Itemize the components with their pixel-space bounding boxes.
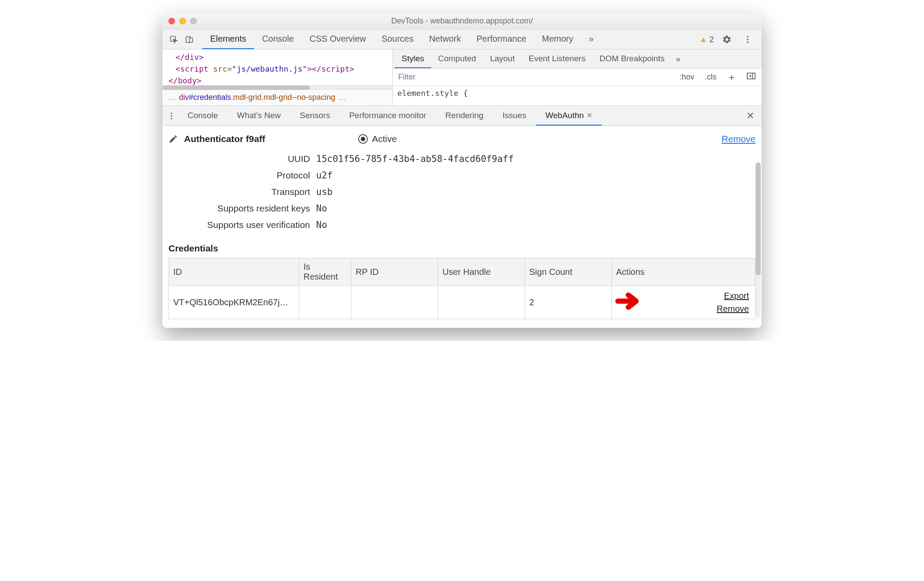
toggle-sidebar-icon[interactable] xyxy=(744,72,758,83)
tab-event-listeners[interactable]: Event Listeners xyxy=(521,50,592,68)
prop-label: Transport xyxy=(168,187,316,197)
tab-styles[interactable]: Styles xyxy=(395,50,431,68)
settings-icon[interactable] xyxy=(720,33,734,46)
drawer-tabstrip: Console What's New Sensors Performance m… xyxy=(162,106,762,126)
svg-point-9 xyxy=(171,115,172,116)
warning-icon: ▲ xyxy=(700,35,708,44)
new-style-icon[interactable]: ＋ xyxy=(724,70,739,85)
styles-tabs-more[interactable]: » xyxy=(671,50,685,68)
tab-elements[interactable]: Elements xyxy=(202,30,254,49)
device-toggle-icon[interactable] xyxy=(182,33,196,46)
col-rp-id: RP ID xyxy=(351,258,438,286)
col-id: ID xyxy=(169,258,299,286)
inspect-icon[interactable] xyxy=(167,33,181,46)
svg-point-3 xyxy=(747,36,749,37)
traffic-lights xyxy=(162,18,197,24)
tab-performance[interactable]: Performance xyxy=(469,30,535,49)
credentials-table: ID Is Resident RP ID User Handle Sign Co… xyxy=(168,258,756,319)
prop-value: 15c01f56-785f-43b4-ab58-4facd60f9aff xyxy=(316,154,756,164)
remove-authenticator-link[interactable]: Remove xyxy=(722,134,756,144)
tab-memory[interactable]: Memory xyxy=(534,30,581,49)
tab-network[interactable]: Network xyxy=(421,30,469,49)
styles-filter-input[interactable] xyxy=(396,71,677,83)
tab-dom-breakpoints[interactable]: DOM Breakpoints xyxy=(592,50,671,68)
drawer-tab-sensors[interactable]: Sensors xyxy=(290,106,340,125)
drawer-tab-rendering[interactable]: Rendering xyxy=(436,106,493,125)
devtools-window: DevTools - webauthndemo.appspot.com/ Ele… xyxy=(162,13,762,328)
svg-point-5 xyxy=(747,41,749,43)
breadcrumb-item[interactable]: div#credentials.mdl-grid.mdl-grid--no-sp… xyxy=(179,93,335,102)
credentials-heading: Credentials xyxy=(168,243,756,258)
table-header-row: ID Is Resident RP ID User Handle Sign Co… xyxy=(169,258,756,286)
drawer-tab-console[interactable]: Console xyxy=(178,106,228,125)
code-line: </body> xyxy=(168,76,201,85)
active-label: Active xyxy=(372,134,397,144)
cell-rp-id xyxy=(351,286,438,319)
breadcrumb-leading[interactable]: … xyxy=(166,93,179,102)
hov-toggle[interactable]: :hov xyxy=(677,72,697,83)
dom-panel: </div> <script src="js/webauthn.js"></sc… xyxy=(162,50,393,106)
kebab-icon[interactable] xyxy=(741,33,755,46)
window-titlebar: DevTools - webauthndemo.appspot.com/ xyxy=(162,13,762,30)
tabs-more[interactable]: » xyxy=(581,30,601,49)
svg-point-4 xyxy=(747,39,749,40)
authenticator-header: Authenticator f9aff Active Remove xyxy=(168,134,756,144)
prop-value: u2f xyxy=(316,170,756,181)
prop-value: No xyxy=(316,203,756,214)
col-actions: Actions xyxy=(612,258,756,286)
drawer-tab-issues[interactable]: Issues xyxy=(493,106,536,125)
tab-layout[interactable]: Layout xyxy=(483,50,521,68)
drawer-kebab-icon[interactable] xyxy=(165,106,178,125)
svg-rect-6 xyxy=(747,73,755,79)
arrow-annotation-icon xyxy=(615,292,641,313)
drawer-tab-perfmon[interactable]: Performance monitor xyxy=(340,106,436,125)
drawer-tab-webauthn[interactable]: WebAuthn ✕ xyxy=(536,106,601,125)
col-is-resident: Is Resident xyxy=(299,258,351,286)
styles-filter-bar: :hov .cls ＋ xyxy=(393,69,762,86)
code-line: <script xyxy=(175,64,208,73)
webauthn-pane: Authenticator f9aff Active Remove UUID 1… xyxy=(162,126,762,328)
cell-user-handle xyxy=(438,286,525,319)
minimize-window-button[interactable] xyxy=(179,18,186,24)
prop-label: Supports resident keys xyxy=(168,203,316,214)
cell-is-resident xyxy=(299,286,351,319)
window-title: DevTools - webauthndemo.appspot.com/ xyxy=(162,17,762,26)
zoom-window-button[interactable] xyxy=(190,18,197,24)
warning-count: 2 xyxy=(709,35,714,44)
cell-sign-count: 2 xyxy=(525,286,612,319)
dom-code[interactable]: </div> <script src="js/webauthn.js"></sc… xyxy=(162,50,393,85)
breadcrumb-trailing[interactable]: … xyxy=(335,93,348,102)
prop-label: Supports user verification xyxy=(168,220,316,230)
tab-computed[interactable]: Computed xyxy=(431,50,483,68)
tab-console[interactable]: Console xyxy=(254,30,301,49)
cls-toggle[interactable]: .cls xyxy=(702,72,719,83)
drawer-tab-whatsnew[interactable]: What's New xyxy=(228,106,290,125)
breadcrumb[interactable]: … div#credentials.mdl-grid.mdl-grid--no-… xyxy=(162,89,393,106)
code-line: ></script> xyxy=(307,64,354,73)
cell-id: VT+Ql516ObcpKRM2En67j… xyxy=(169,286,299,319)
code-line: </div> xyxy=(175,53,204,62)
prop-value: No xyxy=(316,220,756,230)
element-style-rule[interactable]: element.style { xyxy=(393,86,762,100)
prop-label: Protocol xyxy=(168,170,316,181)
prop-label: UUID xyxy=(168,154,316,164)
edit-icon[interactable] xyxy=(168,134,178,144)
close-window-button[interactable] xyxy=(168,18,175,24)
warnings-badge[interactable]: ▲ 2 xyxy=(700,35,714,44)
cell-actions: Export Remove xyxy=(612,286,756,319)
vertical-scrollbar[interactable] xyxy=(756,162,761,319)
close-tab-icon[interactable]: ✕ xyxy=(587,111,592,119)
authenticator-properties: UUID 15c01f56-785f-43b4-ab58-4facd60f9af… xyxy=(168,154,756,230)
code-line: "js/webauthn.js" xyxy=(232,64,307,73)
prop-value: usb xyxy=(316,187,756,197)
styles-tabstrip: Styles Computed Layout Event Listeners D… xyxy=(393,50,762,69)
svg-point-8 xyxy=(171,112,172,114)
main-tabstrip: Elements Console CSS Overview Sources Ne… xyxy=(162,30,762,50)
svg-point-10 xyxy=(171,118,172,119)
tab-sources[interactable]: Sources xyxy=(374,30,421,49)
col-sign-count: Sign Count xyxy=(525,258,612,286)
tab-css-overview[interactable]: CSS Overview xyxy=(302,30,374,49)
horizontal-scrollbar[interactable] xyxy=(162,85,393,89)
close-drawer-icon[interactable]: ✕ xyxy=(742,106,759,125)
active-radio[interactable]: Active xyxy=(358,134,397,144)
